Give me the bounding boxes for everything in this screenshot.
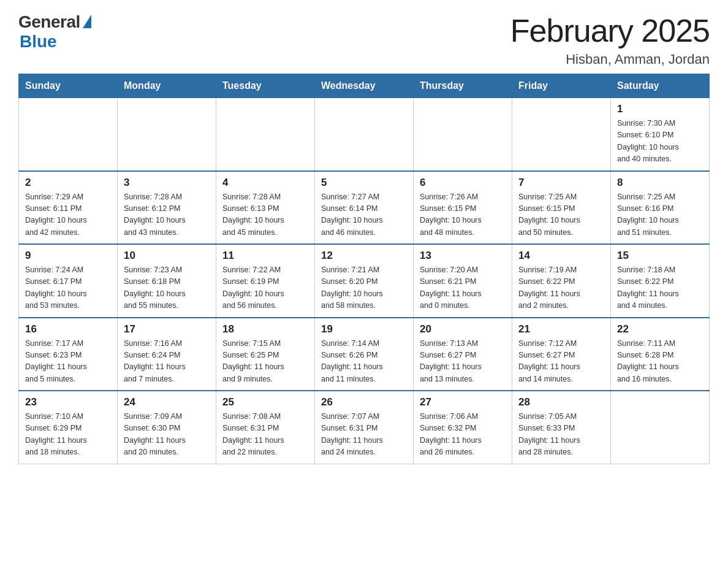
calendar-day-cell: 22Sunrise: 7:11 AM Sunset: 6:28 PM Dayli… [611,318,710,391]
calendar-day-cell: 10Sunrise: 7:23 AM Sunset: 6:18 PM Dayli… [118,244,216,318]
calendar-day-cell: 9Sunrise: 7:24 AM Sunset: 6:17 PM Daylig… [19,244,118,318]
calendar-week-row: 1Sunrise: 7:30 AM Sunset: 6:10 PM Daylig… [19,98,710,171]
day-info: Sunrise: 7:30 AM Sunset: 6:10 PM Dayligh… [617,118,703,166]
day-number: 6 [420,177,506,189]
day-number: 28 [518,396,604,408]
logo: General Blue [18,12,91,52]
calendar-day-cell: 7Sunrise: 7:25 AM Sunset: 6:15 PM Daylig… [512,171,611,245]
calendar-day-cell: 12Sunrise: 7:21 AM Sunset: 6:20 PM Dayli… [315,244,414,318]
day-number: 4 [222,177,308,189]
calendar-day-cell: 2Sunrise: 7:29 AM Sunset: 6:11 PM Daylig… [19,171,118,245]
logo-triangle-icon [83,15,91,28]
day-number: 27 [420,396,506,408]
calendar-table: SundayMondayTuesdayWednesdayThursdayFrid… [18,74,710,464]
day-info: Sunrise: 7:07 AM Sunset: 6:31 PM Dayligh… [321,411,407,459]
day-info: Sunrise: 7:08 AM Sunset: 6:31 PM Dayligh… [222,411,308,459]
calendar-day-cell [315,98,414,171]
day-info: Sunrise: 7:28 AM Sunset: 6:12 PM Dayligh… [124,191,210,239]
day-info: Sunrise: 7:12 AM Sunset: 6:27 PM Dayligh… [518,338,604,386]
day-number: 5 [321,177,407,189]
weekday-header-monday: Monday [118,74,216,98]
day-info: Sunrise: 7:29 AM Sunset: 6:11 PM Dayligh… [25,191,111,239]
calendar-day-cell: 1Sunrise: 7:30 AM Sunset: 6:10 PM Daylig… [611,98,710,171]
calendar-day-cell: 21Sunrise: 7:12 AM Sunset: 6:27 PM Dayli… [512,318,611,391]
header: General Blue February 2025 Hisban, Amman… [18,12,710,67]
day-number: 16 [25,323,111,335]
day-info: Sunrise: 7:09 AM Sunset: 6:30 PM Dayligh… [124,411,210,459]
day-info: Sunrise: 7:18 AM Sunset: 6:22 PM Dayligh… [617,264,703,312]
day-info: Sunrise: 7:25 AM Sunset: 6:15 PM Dayligh… [518,191,604,239]
day-number: 1 [617,103,703,115]
day-info: Sunrise: 7:15 AM Sunset: 6:25 PM Dayligh… [222,338,308,386]
calendar-day-cell: 18Sunrise: 7:15 AM Sunset: 6:25 PM Dayli… [216,318,315,391]
logo-blue-text: Blue [20,32,57,52]
calendar-week-row: 9Sunrise: 7:24 AM Sunset: 6:17 PM Daylig… [19,244,710,318]
month-title: February 2025 [510,12,710,49]
calendar-day-cell: 27Sunrise: 7:06 AM Sunset: 6:32 PM Dayli… [414,391,512,464]
calendar-day-cell [512,98,611,171]
calendar-day-cell: 8Sunrise: 7:25 AM Sunset: 6:16 PM Daylig… [611,171,710,245]
calendar-day-cell: 23Sunrise: 7:10 AM Sunset: 6:29 PM Dayli… [19,391,118,464]
calendar-day-cell: 28Sunrise: 7:05 AM Sunset: 6:33 PM Dayli… [512,391,611,464]
calendar-day-cell: 26Sunrise: 7:07 AM Sunset: 6:31 PM Dayli… [315,391,414,464]
calendar-day-cell: 11Sunrise: 7:22 AM Sunset: 6:19 PM Dayli… [216,244,315,318]
day-info: Sunrise: 7:06 AM Sunset: 6:32 PM Dayligh… [420,411,506,459]
calendar-day-cell: 6Sunrise: 7:26 AM Sunset: 6:15 PM Daylig… [414,171,512,245]
day-number: 17 [124,323,210,335]
day-number: 11 [222,250,308,262]
day-info: Sunrise: 7:21 AM Sunset: 6:20 PM Dayligh… [321,264,407,312]
calendar-day-cell [414,98,512,171]
calendar-day-cell: 14Sunrise: 7:19 AM Sunset: 6:22 PM Dayli… [512,244,611,318]
calendar-day-cell [611,391,710,464]
weekday-header-friday: Friday [512,74,611,98]
day-number: 22 [617,323,703,335]
day-number: 12 [321,250,407,262]
day-info: Sunrise: 7:16 AM Sunset: 6:24 PM Dayligh… [124,338,210,386]
day-number: 3 [124,177,210,189]
calendar-day-cell: 25Sunrise: 7:08 AM Sunset: 6:31 PM Dayli… [216,391,315,464]
day-number: 13 [420,250,506,262]
day-number: 20 [420,323,506,335]
day-info: Sunrise: 7:10 AM Sunset: 6:29 PM Dayligh… [25,411,111,459]
calendar-day-cell [216,98,315,171]
day-info: Sunrise: 7:24 AM Sunset: 6:17 PM Dayligh… [25,264,111,312]
day-number: 26 [321,396,407,408]
day-info: Sunrise: 7:20 AM Sunset: 6:21 PM Dayligh… [420,264,506,312]
weekday-header-row: SundayMondayTuesdayWednesdayThursdayFrid… [19,74,710,98]
day-info: Sunrise: 7:22 AM Sunset: 6:19 PM Dayligh… [222,264,308,312]
calendar-week-row: 16Sunrise: 7:17 AM Sunset: 6:23 PM Dayli… [19,318,710,391]
calendar-day-cell: 13Sunrise: 7:20 AM Sunset: 6:21 PM Dayli… [414,244,512,318]
location-title: Hisban, Amman, Jordan [510,52,710,67]
day-info: Sunrise: 7:25 AM Sunset: 6:16 PM Dayligh… [617,191,703,239]
calendar-day-cell: 20Sunrise: 7:13 AM Sunset: 6:27 PM Dayli… [414,318,512,391]
day-info: Sunrise: 7:27 AM Sunset: 6:14 PM Dayligh… [321,191,407,239]
calendar-week-row: 23Sunrise: 7:10 AM Sunset: 6:29 PM Dayli… [19,391,710,464]
day-number: 7 [518,177,604,189]
day-number: 8 [617,177,703,189]
calendar-day-cell [118,98,216,171]
day-number: 23 [25,396,111,408]
weekday-header-saturday: Saturday [611,74,710,98]
day-number: 19 [321,323,407,335]
day-number: 2 [25,177,111,189]
title-area: February 2025 Hisban, Amman, Jordan [510,12,710,67]
weekday-header-wednesday: Wednesday [315,74,414,98]
calendar-day-cell: 24Sunrise: 7:09 AM Sunset: 6:30 PM Dayli… [118,391,216,464]
weekday-header-sunday: Sunday [19,74,118,98]
calendar-day-cell: 19Sunrise: 7:14 AM Sunset: 6:26 PM Dayli… [315,318,414,391]
day-number: 21 [518,323,604,335]
calendar-day-cell: 3Sunrise: 7:28 AM Sunset: 6:12 PM Daylig… [118,171,216,245]
calendar-day-cell [19,98,118,171]
day-info: Sunrise: 7:13 AM Sunset: 6:27 PM Dayligh… [420,338,506,386]
day-info: Sunrise: 7:14 AM Sunset: 6:26 PM Dayligh… [321,338,407,386]
day-number: 10 [124,250,210,262]
day-info: Sunrise: 7:28 AM Sunset: 6:13 PM Dayligh… [222,191,308,239]
day-number: 15 [617,250,703,262]
calendar-day-cell: 16Sunrise: 7:17 AM Sunset: 6:23 PM Dayli… [19,318,118,391]
day-info: Sunrise: 7:19 AM Sunset: 6:22 PM Dayligh… [518,264,604,312]
weekday-header-tuesday: Tuesday [216,74,315,98]
calendar-day-cell: 15Sunrise: 7:18 AM Sunset: 6:22 PM Dayli… [611,244,710,318]
day-info: Sunrise: 7:26 AM Sunset: 6:15 PM Dayligh… [420,191,506,239]
day-number: 24 [124,396,210,408]
day-info: Sunrise: 7:05 AM Sunset: 6:33 PM Dayligh… [518,411,604,459]
